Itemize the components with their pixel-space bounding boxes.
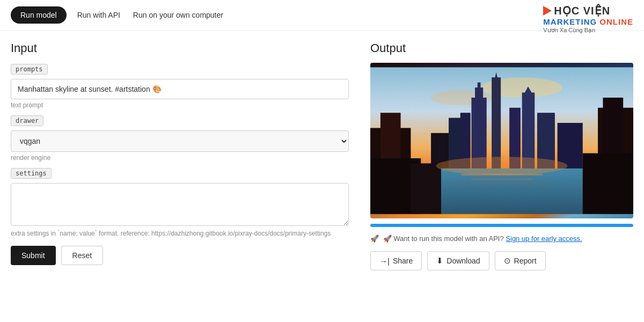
progress-bar-container [370,224,633,227]
svg-rect-25 [411,163,441,214]
settings-textarea[interactable] [11,183,349,226]
svg-rect-22 [471,179,532,180]
logo-sub-text: Vươn Xa Cùng Bạn [543,27,595,34]
report-button[interactable]: ⊙ Report [495,251,546,270]
api-description: 🚀 Want to run this model with an API? [383,235,504,243]
prompts-input[interactable] [11,79,349,99]
report-icon: ⊙ [504,256,511,266]
api-text: 🚀 🚀 Want to run this model with an API? … [370,235,633,243]
prompts-hint: text prompt [11,101,349,109]
settings-label: settings [11,168,52,179]
input-section-title: Input [11,41,349,55]
logo-online-text: ONLINE [599,17,633,26]
share-icon: →| [379,257,390,266]
drawer-label: drawer [11,115,43,126]
submit-button[interactable]: Submit [11,246,56,265]
input-panel: Input prompts text prompt drawer vqgan d… [11,41,349,270]
download-button[interactable]: ⬇ Download [427,251,489,270]
run-with-api-button[interactable]: Run with API [77,11,120,19]
share-button[interactable]: →| Share [370,251,422,270]
prompts-label: prompts [11,64,48,75]
logo-hoc-text: HỌC VIỆN [554,4,610,17]
rocket-icon: 🚀 [370,235,379,243]
header: Run model Run with API Run on your own c… [0,0,644,31]
logo-marketing-text: MARKETING [543,17,599,26]
run-model-button[interactable]: Run model [11,6,67,24]
action-buttons: →| Share ⬇ Download ⊙ Report [370,251,633,270]
svg-rect-11 [478,83,481,93]
run-on-computer-button[interactable]: Run on your own computer [133,11,223,19]
svg-point-27 [436,157,568,175]
drawer-hint: render engine [11,154,349,162]
logo-triangle-icon [543,6,552,16]
reset-button[interactable]: Reset [61,246,104,265]
progress-bar-fill [370,224,633,227]
api-signup-link[interactable]: Sign up for early access. [506,235,582,243]
svg-rect-23 [451,185,552,186]
settings-hint: extra settings in `name: value` format. … [11,230,349,237]
form-buttons: Submit Reset [11,246,349,265]
main-content: Input prompts text prompt drawer vqgan d… [0,31,644,281]
download-icon: ⬇ [436,256,443,266]
drawer-select[interactable]: vqgan diffusion pixray [11,130,349,152]
output-section-title: Output [370,41,633,55]
report-label: Report [514,257,537,265]
output-image [370,63,633,218]
skyline-svg [370,63,633,218]
share-label: Share [393,257,413,265]
svg-rect-26 [583,153,633,214]
output-panel: Output [370,41,633,270]
logo: HỌC VIỆN MARKETING ONLINE Vươn Xa Cùng B… [543,4,633,34]
download-label: Download [447,257,480,265]
